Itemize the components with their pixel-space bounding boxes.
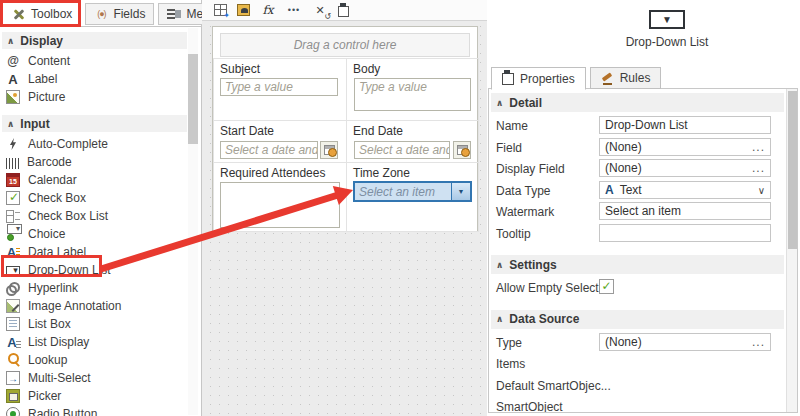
properties-body: ∧ Detail Name Drop-Down List Field (None…: [488, 88, 798, 413]
toolbox-item-check-box[interactable]: Check Box: [0, 189, 201, 207]
toolbox-item-lookup[interactable]: Lookup: [0, 351, 201, 369]
start-date-picker-button[interactable]: [320, 141, 338, 159]
toolbox-item-multi-select[interactable]: Multi-Select: [0, 369, 201, 387]
subject-cell[interactable]: Subject Type a value: [213, 58, 347, 121]
property-label: Tooltip: [496, 227, 531, 241]
dropdown-arrow-button[interactable]: [451, 183, 470, 200]
toolbox-item-list-box[interactable]: List Box: [0, 315, 201, 333]
property-row-items: Items: [489, 353, 786, 375]
scrollbar-thumb[interactable]: [188, 54, 198, 144]
section-input[interactable]: ∧ Input: [2, 115, 187, 132]
toolbox-item-check-box-list[interactable]: Check Box List: [0, 207, 201, 225]
field-picker[interactable]: (None)...: [599, 138, 771, 156]
end-date-picker-button[interactable]: [453, 141, 471, 159]
property-row-default-smartobject: Default SmartObjec...: [489, 375, 786, 397]
start-date-input[interactable]: Select a date and: [220, 141, 318, 159]
drop-down-list-large-icon: [649, 10, 685, 29]
view-canvas-icon[interactable]: [237, 4, 250, 16]
toolbox-scrollbar[interactable]: [188, 28, 198, 415]
paste-icon[interactable]: [338, 6, 349, 17]
ellipsis-button[interactable]: ...: [752, 334, 765, 350]
toolbox-item-barcode[interactable]: Barcode: [0, 153, 201, 171]
toolbox-item-data-label[interactable]: Data Label: [0, 243, 201, 261]
toolbox-item-label[interactable]: Label: [0, 70, 201, 88]
subject-input[interactable]: Type a value: [220, 78, 338, 96]
time-zone-cell[interactable]: Time Zone Select an item: [346, 162, 479, 232]
toolbox-item-image-annotation[interactable]: Image Annotation: [0, 297, 201, 315]
toolbox-item-auto-complete[interactable]: Auto-Complete: [0, 135, 201, 153]
collapse-icon: ∧: [496, 314, 503, 324]
tab-fields[interactable]: Fields: [85, 3, 154, 25]
expression-icon[interactable]: [260, 3, 276, 18]
allow-empty-checkbox[interactable]: [599, 279, 614, 294]
watermark-input[interactable]: Select an item: [599, 202, 771, 220]
toolbox-item-calendar[interactable]: Calendar: [0, 171, 201, 189]
display-field-picker[interactable]: (None)...: [599, 159, 771, 177]
property-row-field: Field (None)...: [489, 137, 786, 159]
item-label: Data Label: [28, 245, 86, 259]
data-source-type-picker[interactable]: (None)...: [599, 333, 771, 351]
tab-fields-label: Fields: [113, 7, 145, 21]
chevron-down-icon[interactable]: ∨: [758, 183, 765, 199]
item-label: Barcode: [27, 155, 72, 169]
property-row-display-field: Display Field (None)...: [489, 158, 786, 180]
ellipsis-button[interactable]: ...: [752, 139, 765, 155]
tab-properties-label: Properties: [520, 72, 575, 86]
clear-icon[interactable]: [312, 3, 328, 18]
section-display[interactable]: ∧ Display: [2, 32, 187, 49]
start-date-cell[interactable]: Start Date Select a date and: [213, 120, 347, 163]
tooltip-input[interactable]: [599, 224, 771, 242]
section-detail[interactable]: ∧ Detail: [491, 93, 784, 112]
required-attendees-cell[interactable]: Required Attendees: [213, 162, 347, 232]
time-zone-label: Time Zone: [353, 166, 410, 180]
left-tab-bar: Toolbox Fields Methods: [0, 0, 201, 27]
collapse-icon: ∧: [496, 98, 503, 108]
toolbox-item-content[interactable]: Content: [0, 52, 201, 70]
scrollbar-thumb[interactable]: [788, 91, 797, 249]
item-label: Lookup: [28, 353, 67, 367]
property-row-smartobject: SmartObject: [489, 396, 786, 412]
calendar-icon: [6, 173, 20, 187]
toolbox-item-drop-down-list[interactable]: Drop-Down List: [0, 261, 201, 279]
tab-rules[interactable]: Rules: [590, 67, 662, 89]
autolayout-table-icon[interactable]: [214, 4, 227, 16]
toolbox-item-choice[interactable]: Choice: [0, 225, 201, 243]
display-field-value: (None): [605, 161, 642, 175]
properties-scrollbar[interactable]: [786, 89, 797, 412]
section-settings[interactable]: ∧ Settings: [491, 255, 784, 274]
section-detail-title: Detail: [509, 96, 542, 110]
tab-toolbox[interactable]: Toolbox: [3, 3, 81, 25]
time-zone-dropdown-selected[interactable]: Select an item: [353, 181, 472, 202]
time-zone-placeholder: Select an item: [359, 185, 435, 199]
tab-properties[interactable]: Properties: [491, 67, 586, 90]
property-label: Data Type: [496, 184, 550, 198]
toolbox-item-list-display[interactable]: List Display: [0, 333, 201, 351]
property-row-name: Name Drop-Down List: [489, 115, 786, 137]
ellipsis-button[interactable]: ...: [752, 160, 765, 176]
item-label: Drop-Down List: [28, 263, 111, 277]
body-textarea[interactable]: Type a value: [354, 78, 471, 111]
more-actions-icon[interactable]: [286, 3, 302, 18]
toolbox-item-radio-button[interactable]: Radio Button: [0, 405, 201, 416]
body-cell[interactable]: Body Type a value: [346, 58, 479, 121]
drop-zone[interactable]: Drag a control here: [220, 33, 470, 57]
toolbox-item-picture[interactable]: Picture: [0, 88, 201, 106]
subject-label: Subject: [220, 62, 260, 76]
property-row-type: Type (None)...: [489, 332, 786, 354]
property-label: Name: [496, 119, 528, 133]
name-input[interactable]: Drop-Down List: [599, 116, 771, 134]
section-data-source[interactable]: ∧ Data Source: [491, 310, 784, 329]
choice-icon: [6, 227, 20, 241]
toolbox-item-picker[interactable]: Picker: [0, 387, 201, 405]
item-label: Auto-Complete: [28, 137, 108, 151]
selected-control-header: Drop-Down List: [547, 10, 787, 49]
end-date-cell[interactable]: End Date Select a date and: [346, 120, 479, 163]
item-label: Calendar: [28, 173, 77, 187]
properties-panel: Drop-Down List Properties Rules ∧ Detail…: [487, 0, 800, 416]
end-date-input[interactable]: Select a date and: [354, 141, 450, 159]
toolbox-list: ∧ Display Content Label Picture ∧ Input: [0, 27, 201, 416]
data-type-dropdown[interactable]: AText∨: [599, 181, 771, 199]
required-attendees-textarea[interactable]: [220, 182, 340, 228]
toolbox-item-hyperlink[interactable]: Hyperlink: [0, 279, 201, 297]
design-canvas: Drag a control here Subject Type a value…: [202, 0, 487, 416]
